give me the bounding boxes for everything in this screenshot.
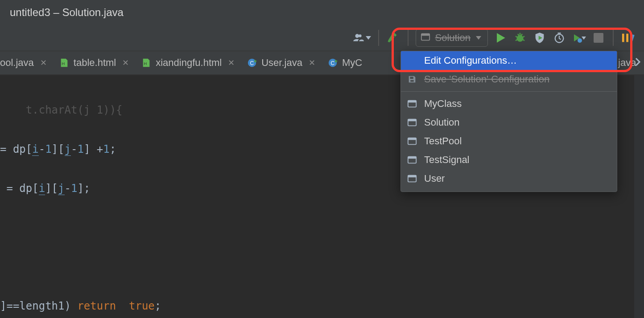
java-class-icon: C <box>328 58 338 68</box>
svg-text:H: H <box>144 61 147 66</box>
close-icon[interactable]: ✕ <box>40 58 47 68</box>
menu-label: User <box>424 173 445 184</box>
play-icon <box>493 31 508 45</box>
svg-rect-8 <box>622 34 624 42</box>
debug-button[interactable] <box>513 31 527 45</box>
users-button[interactable] <box>352 32 371 44</box>
svg-marker-2 <box>497 33 505 42</box>
separator <box>408 30 409 46</box>
search-bars-icon <box>621 31 635 45</box>
menu-label: TestSignal <box>424 154 470 166</box>
application-icon <box>406 155 418 165</box>
play-dot-icon <box>572 32 582 44</box>
warning-marker[interactable] <box>635 108 643 116</box>
tab-suffix: .java <box>615 57 636 69</box>
title-bar: untitled3 – Solution.java <box>0 0 644 25</box>
separator <box>613 30 614 46</box>
svg-rect-10 <box>630 34 635 42</box>
tab-testpool[interactable]: ool.java ✕ <box>0 51 53 74</box>
menu-config-testpool[interactable]: TestPool <box>401 132 617 151</box>
close-icon[interactable]: ✕ <box>228 58 235 68</box>
separator <box>378 30 379 46</box>
menu-label: TestPool <box>424 135 462 147</box>
java-class-icon: C <box>247 58 257 68</box>
menu-config-user[interactable]: User <box>401 169 617 188</box>
menu-config-solution[interactable]: Solution <box>401 113 617 132</box>
chevron-right-icon <box>634 57 641 67</box>
close-icon[interactable]: ✕ <box>309 58 315 68</box>
svg-rect-28 <box>408 175 416 178</box>
close-icon[interactable]: ✕ <box>122 58 129 68</box>
svg-text:H: H <box>62 61 65 66</box>
menu-label: MyClass <box>424 98 462 110</box>
clock-icon <box>553 32 566 44</box>
application-icon <box>406 118 418 127</box>
chevron-down-icon <box>582 37 586 40</box>
html-file-icon: H <box>141 58 151 68</box>
main-toolbar: Solution <box>0 25 644 51</box>
tab-xiandingfu-html[interactable]: H xiandingfu.html ✕ <box>135 51 241 74</box>
stop-button[interactable] <box>591 31 606 45</box>
more-tabs-button[interactable] <box>634 57 641 69</box>
application-icon <box>406 136 418 146</box>
users-icon <box>352 32 364 44</box>
tab-label: User.java <box>261 57 302 69</box>
svg-point-3 <box>517 35 524 42</box>
menu-config-testsignal[interactable]: TestSignal <box>401 151 617 169</box>
hammer-icon <box>387 31 400 45</box>
svg-rect-1 <box>421 34 429 36</box>
application-icon <box>406 174 418 183</box>
run-config-selector[interactable]: Solution <box>416 29 488 47</box>
run-config-dropdown: Edit Configurations… Save 'Solution' Con… <box>400 51 617 192</box>
tab-label: table.html <box>74 57 116 69</box>
chevron-down-icon <box>476 36 481 40</box>
search-everywhere-button[interactable] <box>621 31 635 45</box>
tab-myclass-java[interactable]: C MyC <box>322 51 368 74</box>
build-button[interactable] <box>386 31 400 45</box>
run-button[interactable] <box>493 31 508 45</box>
svg-text:C: C <box>330 60 334 66</box>
bug-icon <box>513 31 527 45</box>
svg-rect-24 <box>408 138 416 140</box>
profiler-button[interactable] <box>552 31 566 45</box>
tab-label: MyC <box>342 57 362 69</box>
window-title: untitled3 – Solution.java <box>10 6 124 19</box>
menu-separator <box>401 91 617 92</box>
menu-save-configuration[interactable]: Save 'Solution' Configuration <box>401 70 617 89</box>
run-config-label: Solution <box>435 32 471 44</box>
svg-rect-9 <box>626 34 628 42</box>
html-file-icon: H <box>59 58 69 68</box>
code-line: ]==length1) return true; <box>0 296 644 316</box>
tab-table-html[interactable]: H table.html ✕ <box>53 51 135 74</box>
chevron-down-icon <box>366 36 371 40</box>
tab-label: ool.java <box>0 57 34 69</box>
menu-label: Edit Configurations… <box>424 55 517 66</box>
stop-icon <box>594 33 603 43</box>
svg-rect-22 <box>408 119 416 122</box>
coverage-button[interactable] <box>533 31 547 45</box>
shield-icon <box>533 32 546 44</box>
application-icon <box>406 99 418 109</box>
tab-label: xiandingfu.html <box>156 57 222 69</box>
application-icon <box>421 32 430 44</box>
menu-config-myclass[interactable]: MyClass <box>401 94 617 113</box>
code-line <box>0 218 644 237</box>
svg-rect-20 <box>408 101 416 103</box>
svg-rect-26 <box>408 157 416 159</box>
save-icon <box>406 74 418 84</box>
menu-edit-configurations[interactable]: Edit Configurations… <box>401 51 617 70</box>
menu-label: Save 'Solution' Configuration <box>424 73 549 85</box>
svg-text:C: C <box>250 60 254 66</box>
run-with-button[interactable] <box>572 31 586 45</box>
tab-user-java[interactable]: C User.java ✕ <box>241 51 322 74</box>
menu-label: Solution <box>424 117 460 128</box>
code-line <box>0 257 644 277</box>
